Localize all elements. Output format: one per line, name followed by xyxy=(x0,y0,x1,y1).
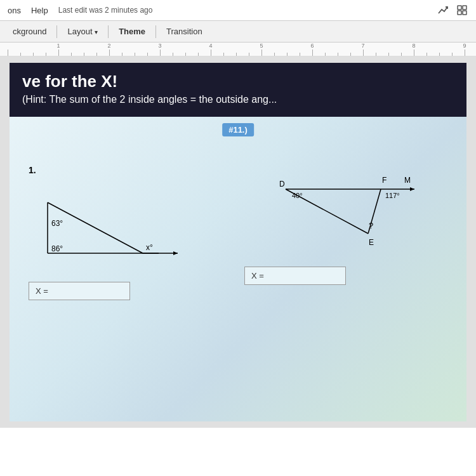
toolbar-layout[interactable]: Layout ▾ xyxy=(61,24,104,39)
svg-rect-0 xyxy=(458,6,461,10)
problems-container: 1. 63° xyxy=(22,159,454,307)
problem-badge: #11.) xyxy=(222,123,254,136)
menu-bar-left: ons Help Last edit was 2 minutes ago xyxy=(8,6,152,15)
ruler-inner: 123456789 xyxy=(0,43,476,56)
label-D: D xyxy=(279,180,285,188)
ruler: 123456789 xyxy=(0,43,476,56)
angle1-label: 63° xyxy=(51,219,63,228)
label-M: M xyxy=(404,176,411,185)
svg-rect-3 xyxy=(463,11,466,15)
angle-m-label: 117° xyxy=(385,192,400,199)
slide-content: ve for the X! (Hint: The sum of the 2 in… xyxy=(10,63,466,421)
problem1-number: 1. xyxy=(29,165,232,175)
slide-subtitle: (Hint: The sum of the 2 inside angles = … xyxy=(22,94,454,105)
angle-q-label: ? xyxy=(369,221,373,230)
problem1-diagram: 63° 86° x° xyxy=(29,180,194,275)
toolbar-divider-3 xyxy=(155,25,156,38)
label-F: F xyxy=(382,176,387,185)
slide-header: ve for the X! (Hint: The sum of the 2 in… xyxy=(10,63,466,117)
problem2-answer-box[interactable]: X = xyxy=(244,267,346,285)
svg-marker-8 xyxy=(173,251,178,255)
problem-left: 1. 63° xyxy=(29,165,232,300)
toolbar-theme[interactable]: Theme xyxy=(112,24,152,39)
slide-body: #11.) 1. xyxy=(10,117,466,421)
last-edit-text: Last edit was 2 minutes ago xyxy=(58,6,153,15)
problem-right: D F M E 40° 117° ? X = xyxy=(244,165,447,300)
label-E: E xyxy=(369,238,374,247)
svg-marker-13 xyxy=(410,187,414,191)
svg-rect-2 xyxy=(458,11,461,15)
menu-bar-right xyxy=(437,4,468,17)
problem1-answer-label: X = xyxy=(36,286,48,296)
toolbar-divider-1 xyxy=(56,25,57,38)
problem2-answer-label: X = xyxy=(251,271,264,281)
toolbar-background[interactable]: ckground xyxy=(6,24,53,39)
angle3-label: x° xyxy=(146,243,153,252)
slide-title: ve for the X! xyxy=(22,72,454,91)
menu-ons[interactable]: ons xyxy=(8,6,21,15)
menu-bar: ons Help Last edit was 2 minutes ago xyxy=(0,0,476,21)
trend-icon[interactable] xyxy=(437,4,449,17)
problem1-answer-box[interactable]: X = xyxy=(29,282,130,300)
menu-help[interactable]: Help xyxy=(31,6,48,15)
grid-icon[interactable] xyxy=(456,4,468,17)
toolbar: ckground Layout ▾ Theme Transition xyxy=(0,21,476,43)
svg-rect-1 xyxy=(463,6,466,10)
toolbar-transition[interactable]: Transition xyxy=(160,24,209,39)
toolbar-divider-2 xyxy=(108,25,109,38)
angle-d-label: 40° xyxy=(292,192,303,199)
slide-area: ve for the X! (Hint: The sum of the 2 in… xyxy=(0,56,476,428)
layout-dropdown-arrow: ▾ xyxy=(95,29,98,36)
problem2-diagram: D F M E 40° 117° ? xyxy=(244,165,435,260)
angle2-label: 86° xyxy=(51,244,63,253)
